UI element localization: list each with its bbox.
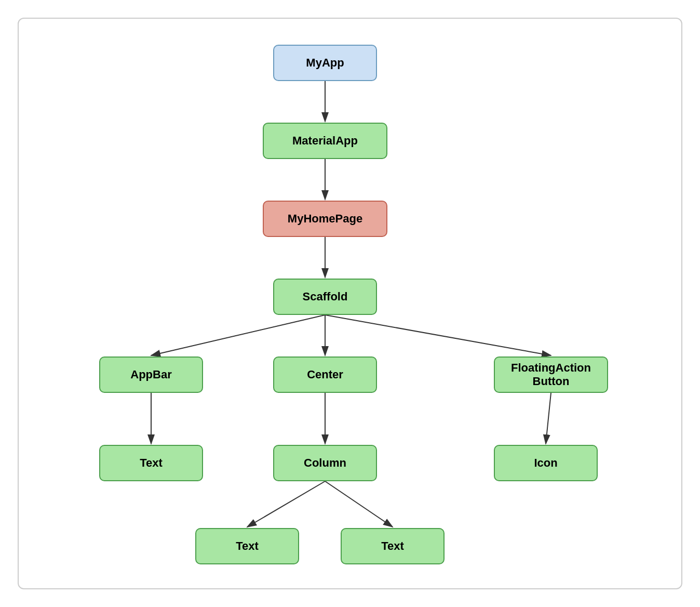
node-myapp: MyApp (273, 45, 377, 81)
svg-line-11 (325, 481, 393, 527)
svg-line-10 (247, 481, 325, 527)
diagram-container: MyAppMaterialAppMyHomePageScaffoldAppBar… (18, 18, 682, 589)
node-text_col1: Text (195, 528, 299, 564)
svg-line-9 (546, 393, 551, 444)
svg-line-4 (151, 315, 325, 355)
node-appbar: AppBar (99, 357, 203, 393)
node-column: Column (273, 445, 377, 481)
node-text_col2: Text (341, 528, 445, 564)
node-scaffold: Scaffold (273, 279, 377, 315)
node-center: Center (273, 357, 377, 393)
node-fab: FloatingAction Button (494, 357, 608, 393)
node-icon: Icon (494, 445, 598, 481)
node-text_appbar: Text (99, 445, 203, 481)
node-materialapp: MaterialApp (263, 123, 387, 159)
svg-line-6 (325, 315, 551, 355)
node-myhomepage: MyHomePage (263, 201, 387, 237)
